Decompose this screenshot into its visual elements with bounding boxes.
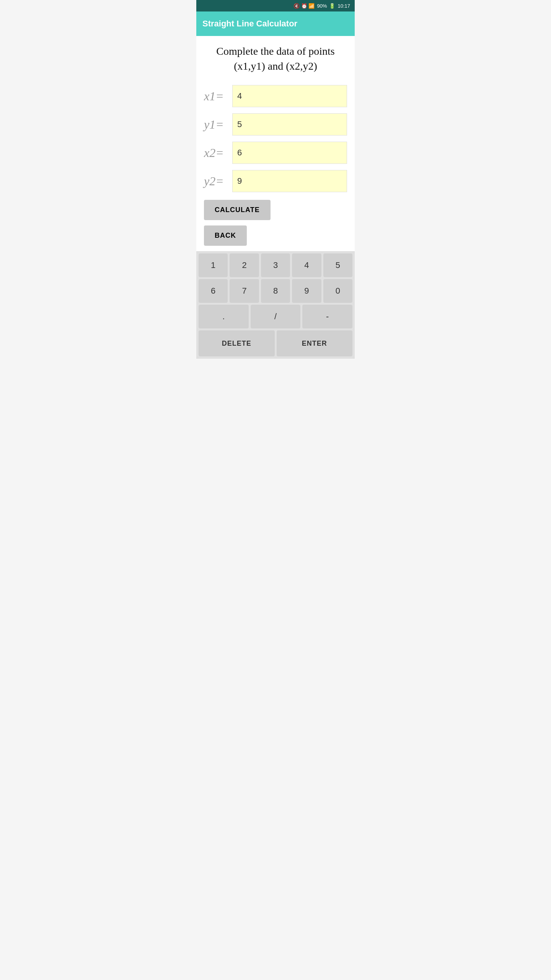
status-bar: 🔇 ⏰ 📶 90% 🔋 10:17 xyxy=(196,0,355,11)
calculate-button[interactable]: CALCULATE xyxy=(204,200,271,220)
key-5[interactable]: 5 xyxy=(323,253,352,277)
main-content: Complete the data of points (x1,y1) and … xyxy=(196,36,355,251)
y1-label: y1= xyxy=(204,118,232,132)
key-7[interactable]: 7 xyxy=(230,279,259,303)
clock: 10:17 xyxy=(337,3,350,9)
key-0[interactable]: 0 xyxy=(323,279,352,303)
key-1[interactable]: 1 xyxy=(199,253,228,277)
back-button[interactable]: BACK xyxy=(204,225,247,246)
x2-row: x2= xyxy=(204,142,347,164)
key-dot[interactable]: . xyxy=(199,305,249,328)
key-2[interactable]: 2 xyxy=(230,253,259,277)
action-buttons: CALCULATE BACK xyxy=(204,200,347,246)
x2-input[interactable] xyxy=(232,142,347,164)
key-9[interactable]: 9 xyxy=(292,279,321,303)
y1-row: y1= xyxy=(204,113,347,136)
x1-label: x1= xyxy=(204,89,232,103)
key-6[interactable]: 6 xyxy=(199,279,228,303)
keyboard-row-3: . / - xyxy=(199,305,352,328)
key-4[interactable]: 4 xyxy=(292,253,321,277)
x2-label: x2= xyxy=(204,146,232,160)
app-title: Straight Line Calculator xyxy=(202,19,297,29)
key-8[interactable]: 8 xyxy=(261,279,290,303)
y2-input[interactable] xyxy=(232,170,347,192)
y1-input[interactable] xyxy=(232,113,347,136)
form-heading: Complete the data of points (x1,y1) and … xyxy=(204,44,347,74)
numeric-keyboard: 1 2 3 4 5 6 7 8 9 0 . / - DELETE ENTER xyxy=(196,251,355,359)
keyboard-bottom-row: DELETE ENTER xyxy=(199,330,352,356)
battery-icon: 🔋 xyxy=(329,3,335,9)
status-icons: 🔇 ⏰ 📶 xyxy=(293,3,315,9)
x1-input[interactable] xyxy=(232,85,347,107)
key-minus[interactable]: - xyxy=(302,305,352,328)
y2-row: y2= xyxy=(204,170,347,192)
keyboard-row-2: 6 7 8 9 0 xyxy=(199,279,352,303)
keyboard-row-1: 1 2 3 4 5 xyxy=(199,253,352,277)
app-bar: Straight Line Calculator xyxy=(196,11,355,36)
y2-label: y2= xyxy=(204,174,232,188)
battery-level: 90% xyxy=(317,3,327,9)
enter-button[interactable]: ENTER xyxy=(277,330,353,356)
x1-row: x1= xyxy=(204,85,347,107)
delete-button[interactable]: DELETE xyxy=(199,330,275,356)
key-3[interactable]: 3 xyxy=(261,253,290,277)
key-slash[interactable]: / xyxy=(251,305,301,328)
